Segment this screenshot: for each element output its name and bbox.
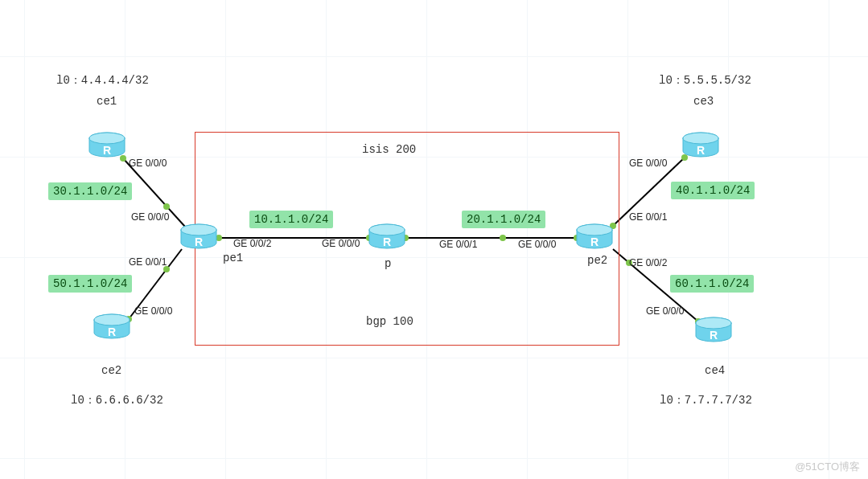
- if-ce1: GE 0/0/0: [129, 158, 167, 169]
- ce3-loopback: l0：5.5.5.5/32: [659, 73, 751, 88]
- p-name: p: [385, 257, 391, 270]
- if-pe2-to-ce3: GE 0/0/1: [629, 211, 667, 223]
- if-pe1-to-p: GE 0/0/2: [233, 238, 271, 249]
- subnet-ce2-pe1: 50.1.1.0/24: [48, 275, 132, 293]
- router-ce2[interactable]: [93, 313, 130, 341]
- watermark: @51CTO博客: [795, 460, 860, 474]
- if-ce4: GE 0/0/0: [646, 305, 684, 317]
- if-ce2: GE 0/0/0: [134, 305, 172, 317]
- subnet-p-pe2: 20.1.1.0/24: [462, 211, 545, 228]
- if-p-to-pe2: GE 0/0/1: [439, 239, 477, 250]
- bgp-label: bgp 100: [366, 315, 413, 328]
- ce1-loopback: l0：4.4.4.4/32: [56, 73, 149, 88]
- if-pe1-to-ce1: GE 0/0/0: [131, 211, 169, 223]
- if-pe2-to-ce4: GE 0/0/2: [629, 257, 667, 268]
- if-pe2-from-p: GE 0/0/0: [518, 239, 556, 250]
- subnet-ce3-pe2: 40.1.1.0/24: [671, 182, 755, 199]
- if-pe1-to-ce2: GE 0/0/1: [129, 256, 167, 268]
- ce4-name: ce4: [705, 364, 725, 377]
- router-ce1[interactable]: [88, 132, 125, 159]
- subnet-ce4-pe2: 60.1.1.0/24: [670, 275, 754, 293]
- router-pe2[interactable]: [576, 223, 613, 251]
- ce4-loopback: l0：7.7.7.7/32: [660, 393, 752, 407]
- ce3-name: ce3: [693, 95, 714, 108]
- subnet-pe1-p: 10.1.1.0/24: [249, 211, 333, 228]
- ce1-name: ce1: [97, 95, 117, 108]
- if-ce3: GE 0/0/0: [629, 158, 667, 169]
- svg-point-2: [163, 203, 170, 210]
- isis-label: isis 200: [362, 143, 416, 156]
- ce2-name: ce2: [101, 364, 121, 377]
- router-ce4[interactable]: [695, 317, 732, 344]
- router-pe1[interactable]: [180, 223, 217, 251]
- ce2-loopback: l0：6.6.6.6/32: [71, 393, 163, 407]
- pe2-name: pe2: [587, 254, 607, 267]
- pe1-name: pe1: [223, 252, 243, 264]
- if-p-from-pe1: GE 0/0/0: [322, 238, 360, 249]
- router-p[interactable]: [368, 223, 405, 251]
- subnet-ce1-pe1: 30.1.1.0/24: [48, 182, 132, 200]
- router-ce3[interactable]: [682, 132, 719, 159]
